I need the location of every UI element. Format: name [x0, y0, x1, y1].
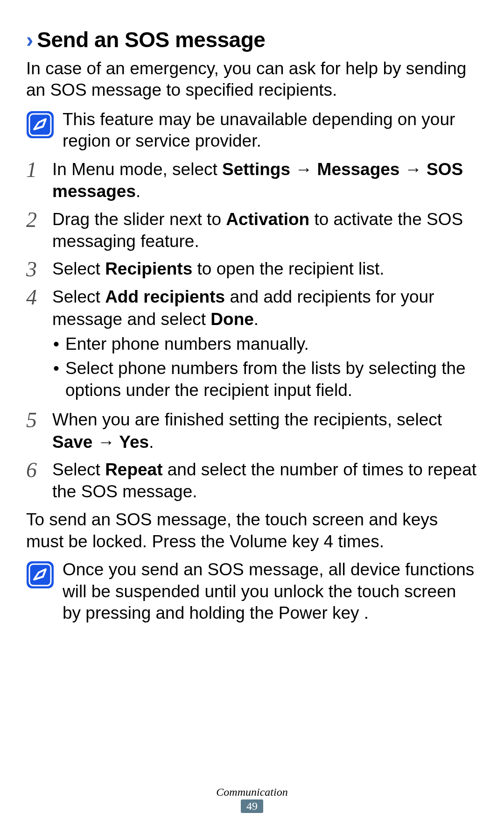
bold-messages: Messages — [317, 160, 400, 179]
bold-repeat: Repeat — [105, 460, 162, 479]
step-2: 2 Drag the slider next to Activation to … — [26, 208, 478, 253]
step-number: 3 — [26, 258, 52, 280]
step-text: When you are finished setting the recipi… — [52, 410, 442, 429]
step-body: Select Repeat and select the number of t… — [52, 459, 478, 503]
page-footer: Communication 49 — [0, 786, 504, 813]
heading-title: Send an SOS message — [37, 27, 265, 52]
bold-yes: Yes — [119, 432, 149, 452]
step-3: 3 Select Recipients to open the recipien… — [26, 258, 478, 280]
step-text: Select — [52, 287, 105, 306]
step-number: 5 — [26, 409, 52, 431]
step-1: 1 In Menu mode, select Settings → Messag… — [26, 158, 478, 203]
step-text: . — [254, 310, 259, 329]
step-number: 1 — [26, 158, 52, 181]
steps-list: 1 In Menu mode, select Settings → Messag… — [26, 158, 478, 503]
step-5: 5 When you are finished setting the reci… — [26, 409, 478, 453]
note-icon — [26, 111, 54, 139]
step-6: 6 Select Repeat and select the number of… — [26, 459, 478, 503]
section-heading: › Send an SOS message — [26, 27, 478, 52]
step-body: When you are finished setting the recipi… — [52, 409, 478, 453]
substep: Enter phone numbers manually. — [52, 333, 478, 355]
step-body: Select Recipients to open the recipient … — [52, 258, 478, 280]
footer-section: Communication — [0, 786, 504, 799]
substeps: Enter phone numbers manually. Select pho… — [52, 333, 478, 401]
step-text: In Menu mode, select — [52, 160, 222, 179]
step-number: 4 — [26, 286, 52, 308]
document-page: › Send an SOS message In case of an emer… — [0, 0, 504, 827]
send-instruction: To send an SOS message, the touch screen… — [26, 509, 478, 553]
bold-save: Save — [52, 432, 92, 452]
step-text: Drag the slider next to — [52, 210, 226, 229]
bold-add-recipients: Add recipients — [105, 287, 225, 306]
bold-recipients: Recipients — [105, 259, 192, 278]
step-text: Select — [52, 460, 105, 479]
substep: Select phone numbers from the lists by s… — [52, 357, 478, 402]
arrow: → — [290, 160, 317, 179]
note-availability: This feature may be unavailable dependin… — [26, 109, 478, 152]
note-text: Once you send an SOS message, all device… — [63, 559, 478, 624]
note-icon — [26, 561, 54, 589]
bold-activation: Activation — [226, 210, 309, 229]
note-suspended: Once you send an SOS message, all device… — [26, 559, 478, 624]
step-text: . — [136, 182, 140, 201]
bold-done: Done — [210, 310, 254, 329]
step-text: Select — [52, 259, 105, 278]
step-text: . — [149, 432, 154, 452]
page-number: 49 — [241, 799, 263, 813]
note-text: This feature may be unavailable dependin… — [63, 109, 478, 152]
step-number: 2 — [26, 208, 52, 231]
step-text: to open the recipient list. — [192, 259, 384, 278]
step-body: Drag the slider next to Activation to ac… — [52, 208, 478, 253]
arrow: → — [399, 160, 427, 179]
intro-paragraph: In case of an emergency, you can ask for… — [26, 58, 478, 101]
chevron-right-icon: › — [26, 29, 33, 50]
step-number: 6 — [26, 459, 52, 481]
arrow: → — [92, 432, 119, 452]
step-4: 4 Select Add recipients and add recipien… — [26, 286, 478, 403]
bold-settings: Settings — [222, 160, 290, 179]
step-body: In Menu mode, select Settings → Messages… — [52, 158, 478, 203]
step-body: Select Add recipients and add recipients… — [52, 286, 478, 403]
